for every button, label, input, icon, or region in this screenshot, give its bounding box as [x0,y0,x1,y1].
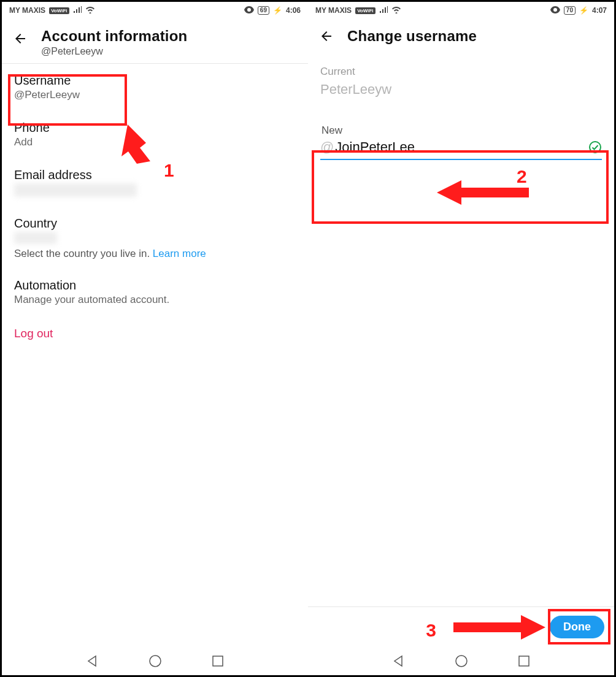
nav-recents-icon[interactable] [211,654,225,668]
svg-rect-2 [213,656,223,666]
clock-label: 4:07 [592,6,607,15]
item-label: Email address [14,168,296,182]
page-header: Change username [308,19,614,55]
at-sign-icon: @ [320,139,334,155]
done-button[interactable]: Done [550,616,604,638]
nav-recents-icon[interactable] [517,654,531,668]
done-bar: Done [308,606,614,647]
item-label: Phone [14,121,296,135]
page-title: Change username [347,28,477,45]
nav-home-icon[interactable] [148,654,162,668]
back-button[interactable] [12,30,29,47]
username-input[interactable] [335,139,587,155]
learn-more-link[interactable]: Learn more [153,248,206,259]
nav-back-icon[interactable] [86,654,99,668]
svg-point-1 [150,656,161,667]
page-title: Account information [41,28,187,45]
checkmark-circle-icon [588,140,602,154]
eye-icon [244,6,254,15]
settings-list: Username @PeterLeeyw Phone Add Email add… [2,64,308,351]
battery-indicator: 70 [564,6,576,15]
charging-icon: ⚡ [579,6,588,15]
item-phone[interactable]: Phone Add [2,111,308,158]
svg-rect-7 [519,656,529,666]
status-bar: MY MAXIS VoWiFi 70 ⚡ 4:07 [308,2,614,19]
callout-arrow-2 [437,177,547,208]
vowifi-badge: VoWiFi [49,7,69,14]
carrier-label: MY MAXIS [315,6,352,15]
item-value-redacted [14,183,137,197]
wifi-icon [85,6,95,15]
vowifi-badge: VoWiFi [355,7,375,14]
country-help-text: Select the country you live in. Learn mo… [2,248,308,269]
item-label: Username [14,74,296,88]
callout-number-2: 2 [517,166,527,187]
back-button[interactable] [318,28,335,45]
field-label: Current [320,66,602,78]
nav-back-icon[interactable] [392,654,406,668]
signal-icon [73,6,82,15]
item-value: Add [14,136,296,148]
eye-icon [550,6,560,15]
item-username[interactable]: Username @PeterLeeyw [2,64,308,111]
item-label: Country [14,216,296,231]
page-header: Account information @PeterLeeyw [2,19,308,64]
item-email[interactable]: Email address [2,158,308,207]
item-label: Automation [14,278,296,293]
carrier-label: MY MAXIS [9,6,45,15]
item-value: Manage your automated account. [14,294,296,306]
wifi-icon [391,6,401,15]
current-username-block: Current PeterLeeyw [308,55,614,98]
username-input-row[interactable]: @ [320,137,602,160]
item-value-redacted [14,232,57,244]
battery-indicator: 69 [258,6,269,15]
field-label: New [320,124,602,137]
screen-account-info: MY MAXIS VoWiFi 69 ⚡ 4:06 Account inform… [2,2,308,675]
svg-marker-4 [437,180,529,205]
logout-button[interactable]: Log out [2,316,308,351]
new-username-block: New @ [317,121,606,166]
item-country[interactable]: Country [2,207,308,248]
item-value: @PeterLeeyw [14,89,296,101]
signal-icon [379,6,388,15]
system-nav-bar [2,647,308,675]
page-subtitle: @PeterLeeyw [41,46,187,57]
current-username-value: PeterLeeyw [320,82,602,98]
charging-icon: ⚡ [273,6,282,15]
status-bar: MY MAXIS VoWiFi 69 ⚡ 4:06 [2,2,308,19]
screen-change-username: MY MAXIS VoWiFi 70 ⚡ 4:07 Change usernam… [308,2,614,675]
svg-point-3 [590,142,601,153]
system-nav-bar [308,647,614,675]
item-automation[interactable]: Automation Manage your automated account… [2,269,308,316]
svg-point-6 [456,656,467,667]
clock-label: 4:06 [286,6,301,15]
nav-home-icon[interactable] [455,654,468,668]
